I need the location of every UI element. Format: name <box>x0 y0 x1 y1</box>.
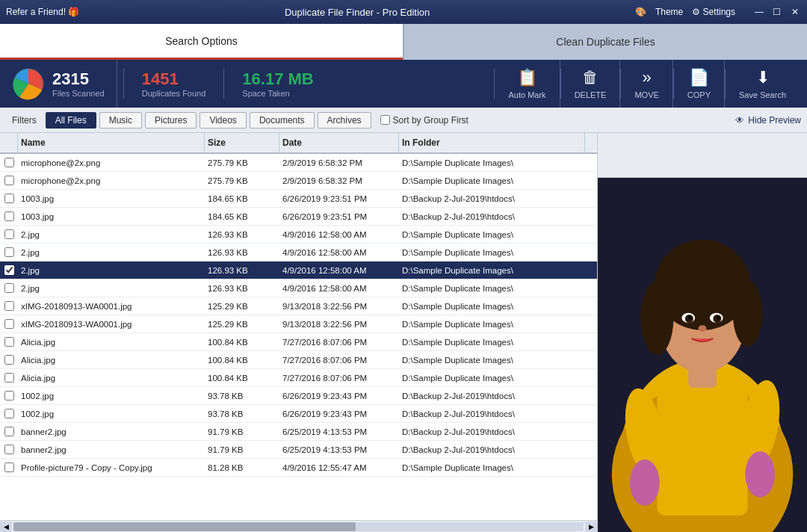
table-row[interactable]: 1003.jpg 184.65 KB 6/26/2019 9:23:51 PM … <box>0 208 597 226</box>
row-checkbox-cell[interactable] <box>0 283 18 293</box>
toolbar-group: 📋 Auto Mark 🗑 DELETE » MOVE 📄 COPY ⬇ Sav… <box>494 60 800 108</box>
files-scanned-number: 2315 <box>52 69 105 89</box>
table-row[interactable]: 2.jpg 126.93 KB 4/9/2016 12:58:00 AM D:\… <box>0 262 597 279</box>
copy-button[interactable]: 📄 COPY <box>674 60 725 108</box>
row-checkbox-cell[interactable] <box>0 176 18 185</box>
row-checkbox-cell[interactable] <box>0 463 18 472</box>
row-checkbox-cell[interactable] <box>0 373 18 383</box>
hide-preview-button[interactable]: 👁 Hide Preview <box>735 115 801 126</box>
tab-clean-duplicates[interactable]: Clean Duplicate Files <box>404 24 807 60</box>
row-checkbox[interactable] <box>4 194 14 203</box>
row-date: 7/27/2016 8:07:06 PM <box>279 374 399 383</box>
row-date: 4/9/2016 12:58:00 AM <box>279 266 399 275</box>
row-checkbox-cell[interactable] <box>0 194 18 203</box>
row-checkbox-cell[interactable] <box>0 265 18 275</box>
hscroll-left-arrow[interactable]: ◀ <box>0 522 12 532</box>
row-checkbox-cell[interactable] <box>0 445 18 454</box>
row-date: 7/27/2016 8:07:06 PM <box>279 338 399 347</box>
row-checkbox[interactable] <box>4 301 14 311</box>
duplicates-label: Duplicates Found <box>142 89 206 98</box>
row-checkbox[interactable] <box>4 283 14 293</box>
move-button[interactable]: » MOVE <box>621 60 672 108</box>
table-row[interactable]: microphone@2x.png 275.79 KB 2/9/2019 6:5… <box>0 172 597 190</box>
row-checkbox-cell[interactable] <box>0 391 18 400</box>
filter-pictures[interactable]: Pictures <box>145 112 197 129</box>
table-row[interactable]: 1002.jpg 93.78 KB 6/26/2019 9:23:43 PM D… <box>0 387 597 405</box>
close-button[interactable]: ✕ <box>789 6 801 18</box>
filter-videos[interactable]: Videos <box>200 112 246 129</box>
refer-friend-label[interactable]: Refer a Friend! 🎁 <box>6 7 79 17</box>
table-row[interactable]: microphone@2x.png 275.79 KB 2/9/2019 6:5… <box>0 154 597 172</box>
minimize-button[interactable]: — <box>753 6 765 18</box>
table-row[interactable]: Alicia.jpg 100.84 KB 7/27/2016 8:07:06 P… <box>0 351 597 369</box>
row-folder: D:\Sample Duplicate Images\ <box>399 230 597 239</box>
row-folder: D:\Sample Duplicate Images\ <box>399 374 597 383</box>
row-checkbox[interactable] <box>4 247 14 257</box>
hscroll-thumb[interactable] <box>13 522 356 531</box>
table-row[interactable]: banner2.jpg 91.79 KB 6/25/2019 4:13:53 P… <box>0 423 597 441</box>
row-size: 126.93 KB <box>205 266 279 275</box>
filter-all-files[interactable]: All Files <box>46 112 96 129</box>
filter-documents[interactable]: Documents <box>250 112 315 129</box>
row-checkbox-cell[interactable] <box>0 319 18 329</box>
row-checkbox[interactable] <box>4 427 14 436</box>
row-checkbox[interactable] <box>4 176 14 185</box>
save-search-button[interactable]: ⬇ Save Search <box>726 60 800 108</box>
hscroll-track[interactable] <box>13 522 584 531</box>
row-checkbox[interactable] <box>4 337 14 347</box>
row-checkbox-cell[interactable] <box>0 247 18 257</box>
table-row[interactable]: xIMG-20180913-WA0001.jpg 125.29 KB 9/13/… <box>0 297 597 315</box>
row-checkbox[interactable] <box>4 391 14 400</box>
maximize-button[interactable]: ☐ <box>771 6 783 18</box>
table-row[interactable]: Profile-picture79 - Copy - Copy.jpg 81.2… <box>0 459 597 477</box>
sort-by-group-checkbox[interactable] <box>380 115 390 125</box>
row-size: 91.79 KB <box>205 445 279 454</box>
row-checkbox-cell[interactable] <box>0 229 18 239</box>
row-checkbox[interactable] <box>4 409 14 418</box>
tab-search-options[interactable]: Search Options <box>0 24 403 60</box>
theme-label[interactable]: Theme <box>655 7 683 17</box>
table-row[interactable]: xIMG-20180913-WA0001.jpg 125.29 KB 9/13/… <box>0 315 597 333</box>
delete-button[interactable]: 🗑 DELETE <box>561 60 621 108</box>
row-checkbox[interactable] <box>4 373 14 383</box>
row-checkbox[interactable] <box>4 211 14 221</box>
table-row[interactable]: 1002.jpg 93.78 KB 6/26/2019 9:23:43 PM D… <box>0 405 597 423</box>
row-checkbox[interactable] <box>4 445 14 454</box>
row-checkbox[interactable] <box>4 265 14 275</box>
table-row[interactable]: banner2.jpg 91.79 KB 6/25/2019 4:13:53 P… <box>0 441 597 459</box>
filter-archives[interactable]: Archives <box>318 112 371 129</box>
table-row[interactable]: 2.jpg 126.93 KB 4/9/2016 12:58:00 AM D:\… <box>0 279 597 297</box>
row-size: 81.28 KB <box>205 463 279 472</box>
files-scanned-group: 2315 Files Scanned <box>7 60 117 108</box>
row-checkbox-cell[interactable] <box>0 409 18 418</box>
row-checkbox[interactable] <box>4 355 14 365</box>
hscroll-right-arrow[interactable]: ▶ <box>585 522 597 532</box>
row-checkbox[interactable] <box>4 463 14 472</box>
table-row[interactable]: 2.jpg 126.93 KB 4/9/2016 12:58:00 AM D:\… <box>0 244 597 262</box>
row-checkbox-cell[interactable] <box>0 337 18 347</box>
table-row[interactable]: Alicia.jpg 100.84 KB 7/27/2016 8:07:06 P… <box>0 333 597 351</box>
settings-label[interactable]: ⚙ Settings <box>692 7 735 17</box>
col-folder: In Folder <box>399 133 585 152</box>
row-date: 2/9/2019 6:58:32 PM <box>279 158 399 167</box>
filter-music[interactable]: Music <box>99 112 142 129</box>
row-checkbox[interactable] <box>4 319 14 329</box>
table-row[interactable]: 1003.jpg 184.65 KB 6/26/2019 9:23:51 PM … <box>0 190 597 208</box>
table-row[interactable]: 2.jpg 126.93 KB 4/9/2016 12:58:00 AM D:\… <box>0 226 597 244</box>
duplicates-group: 1451 Duplicates Found <box>130 60 218 108</box>
row-checkbox-cell[interactable] <box>0 301 18 311</box>
row-name: xIMG-20180913-WA0001.jpg <box>18 320 205 329</box>
row-checkbox-cell[interactable] <box>0 427 18 436</box>
horizontal-scrollbar[interactable]: ◀ ▶ <box>0 520 597 532</box>
auto-mark-button[interactable]: 📋 Auto Mark <box>495 60 560 108</box>
row-checkbox[interactable] <box>4 229 14 239</box>
row-checkbox[interactable] <box>4 158 14 167</box>
table-row[interactable]: Alicia.jpg 100.84 KB 7/27/2016 8:07:06 P… <box>0 369 597 387</box>
row-size: 275.79 KB <box>205 158 279 167</box>
titlebar-title: Duplicate File Finder - Pro Edition <box>285 7 430 18</box>
move-icon: » <box>643 68 652 87</box>
row-checkbox-cell[interactable] <box>0 211 18 221</box>
row-folder: D:\Sample Duplicate Images\ <box>399 284 597 293</box>
row-checkbox-cell[interactable] <box>0 158 18 167</box>
row-checkbox-cell[interactable] <box>0 355 18 365</box>
